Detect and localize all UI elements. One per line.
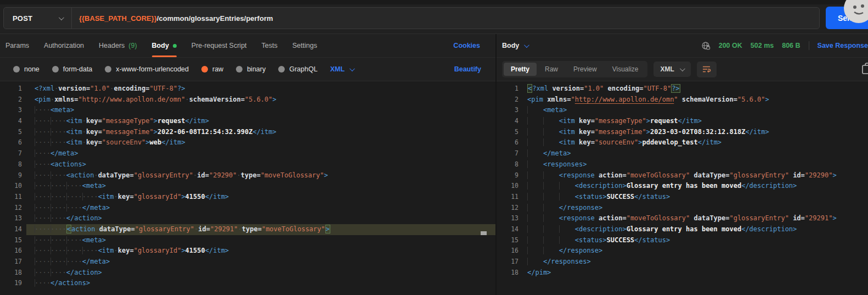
tab-pre-request-script[interactable]: Pre-request Script: [191, 34, 247, 57]
line-number: 9: [497, 170, 523, 181]
body-type-raw[interactable]: raw: [201, 65, 223, 73]
wrap-lines-button[interactable]: [697, 62, 717, 77]
code-line[interactable]: 10 <description>Glossary entry has been …: [497, 181, 868, 192]
code-line[interactable]: 8 <responses>: [497, 159, 868, 170]
tab-params[interactable]: Params: [5, 34, 29, 57]
tab-tests[interactable]: Tests: [262, 34, 278, 57]
line-number: 12: [497, 203, 523, 214]
tab-settings[interactable]: Settings: [292, 34, 317, 57]
copy-response-button[interactable]: [861, 62, 868, 77]
code-line[interactable]: 11 <status>SUCCESS</status>: [497, 192, 868, 203]
token-a: id=: [793, 171, 805, 179]
status-badge[interactable]: 200 OK: [719, 42, 742, 49]
code-line[interactable]: 13········</action>: [0, 213, 495, 224]
whitespace: [595, 171, 599, 179]
response-tab-visualize[interactable]: Visualize: [605, 63, 646, 76]
whitespace: ·: [82, 128, 86, 136]
tab-body[interactable]: Body: [152, 34, 177, 57]
editor-scrollbar-thumb[interactable]: [481, 231, 487, 235]
body-type-x-www-form-urlencoded[interactable]: x-www-form-urlencoded: [105, 65, 189, 73]
code-line[interactable]: 4 <itm key="messageType">request</itm>: [497, 116, 868, 127]
indent-whitespace: ····: [35, 214, 50, 222]
code-line[interactable]: 2<pim·xmlns="http://www.apollon.de/omn"·…: [0, 94, 495, 105]
code-line[interactable]: 6 <itm key="sourceEnv">pddevelop_test</i…: [497, 137, 868, 148]
code-line[interactable]: 16 </response>: [497, 246, 868, 257]
code-line[interactable]: 17 </responses>: [497, 257, 868, 268]
indent-whitespace: ····: [35, 182, 50, 190]
code-line[interactable]: 18</pim>: [497, 268, 868, 279]
code-line[interactable]: 1<?xml·version="1.0"·encoding="UTF-8"?>: [0, 84, 495, 94]
response-body-select[interactable]: Body: [502, 42, 528, 49]
line-number: 8: [497, 159, 523, 170]
code-text: <description>Glossary entry has been mov…: [523, 181, 868, 192]
code-line[interactable]: 6········<itm·key="sourceEnv">web</itm>: [0, 137, 495, 148]
code-line[interactable]: 4········<itm·key="messageType">request<…: [0, 116, 495, 127]
response-time[interactable]: 502 ms: [751, 42, 774, 49]
indent-whitespace: [559, 182, 575, 190]
token-t: </response>: [559, 247, 602, 254]
tab-label: Settings: [292, 42, 317, 49]
body-type-graphql[interactable]: GraphQL: [278, 65, 317, 73]
code-text: ····<actions>: [26, 159, 495, 170]
code-line[interactable]: 1<?xml version="1.0" encoding="UTF-8"?>: [497, 84, 868, 94]
save-response-link[interactable]: Save Response: [818, 42, 868, 49]
code-line[interactable]: 16················<itm·key="glossaryId">…: [0, 246, 495, 257]
token-t: </itm>: [205, 193, 229, 201]
network-globe-lock-icon[interactable]: [701, 41, 711, 51]
beautify-link[interactable]: Beautify: [454, 65, 481, 73]
response-size[interactable]: 806 B: [782, 42, 800, 49]
code-text: </responses>: [523, 257, 868, 268]
radio-icon: [201, 66, 208, 73]
url-input[interactable]: {{BASE_PATH_CORE}}/common/glossaryEntrie…: [72, 8, 819, 29]
tab-label: Tests: [262, 42, 278, 49]
line-number: 4: [0, 116, 26, 127]
code-line[interactable]: 11················<itm·key="glossaryId">…: [0, 192, 495, 203]
response-tab-raw[interactable]: Raw: [538, 63, 565, 76]
request-body-editor[interactable]: 1<?xml·version="1.0"·encoding="UTF-8"?>2…: [0, 81, 495, 295]
body-type-form-data[interactable]: form-data: [52, 65, 93, 73]
tab-headers[interactable]: Headers(9): [99, 34, 137, 57]
body-type-none[interactable]: none: [13, 65, 40, 73]
code-line[interactable]: 5 <itm key="messageTime">2023-03-02T08:3…: [497, 127, 868, 138]
token-t: >: [832, 171, 836, 179]
token-t: >: [646, 117, 650, 125]
code-line[interactable]: 15 <status>SUCCESS</status>: [497, 235, 868, 246]
language-select[interactable]: XML: [330, 65, 353, 73]
floating-overlay-bubble[interactable]: [844, 0, 868, 23]
response-body-editor[interactable]: 1<?xml version="1.0" encoding="UTF-8"?>2…: [497, 81, 868, 295]
code-line[interactable]: 5········<itm·key="messageTime">2022-06-…: [0, 127, 495, 138]
body-type-binary[interactable]: binary: [236, 65, 266, 73]
code-line[interactable]: 3····<meta>: [0, 105, 495, 116]
token-hb: >: [325, 225, 330, 233]
code-line[interactable]: 18········</action>: [0, 268, 495, 279]
code-line[interactable]: 7····</meta>: [0, 148, 495, 159]
code-line[interactable]: 9········<action·dataType="glossaryEntry…: [0, 170, 495, 181]
tab-authorization[interactable]: Authorization: [44, 34, 84, 57]
response-tab-pretty[interactable]: Pretty: [504, 63, 537, 76]
code-line[interactable]: 9 <response action="moveToGlossary" data…: [497, 170, 868, 181]
code-line[interactable]: 2<pim xmlns="http://www.apollon.de/omn" …: [497, 94, 868, 105]
code-line[interactable]: 13 <response action="moveToGlossary" dat…: [497, 213, 868, 224]
indent-whitespace: [559, 193, 575, 201]
code-line[interactable]: 8····<actions>: [0, 159, 495, 170]
code-line[interactable]: 3 <meta>: [497, 105, 868, 116]
method-select[interactable]: POST: [4, 8, 72, 29]
indent-whitespace: ····: [50, 193, 66, 201]
indent-whitespace: [527, 258, 543, 265]
code-line[interactable]: 19····</actions>: [0, 278, 495, 289]
code-line[interactable]: 17············</meta>: [0, 257, 495, 268]
radio-icon: [13, 66, 20, 73]
code-line[interactable]: 14········<action·dataType="glossaryEntr…: [0, 224, 495, 235]
response-tab-preview[interactable]: Preview: [566, 63, 604, 76]
line-number: 3: [0, 105, 26, 116]
indent-whitespace: [527, 106, 543, 114]
code-line[interactable]: 12············</meta>: [0, 203, 495, 214]
cookies-link[interactable]: Cookies: [453, 42, 480, 49]
token-t: <itm: [66, 117, 82, 125]
code-line[interactable]: 14 <description>Glossary entry has been …: [497, 224, 868, 235]
code-line[interactable]: 12 </response>: [497, 203, 868, 214]
response-language-select[interactable]: XML: [653, 62, 691, 77]
code-line[interactable]: 10············<meta>: [0, 181, 495, 192]
code-line[interactable]: 15············<meta>: [0, 235, 495, 246]
code-line[interactable]: 7 </meta>: [497, 148, 868, 159]
